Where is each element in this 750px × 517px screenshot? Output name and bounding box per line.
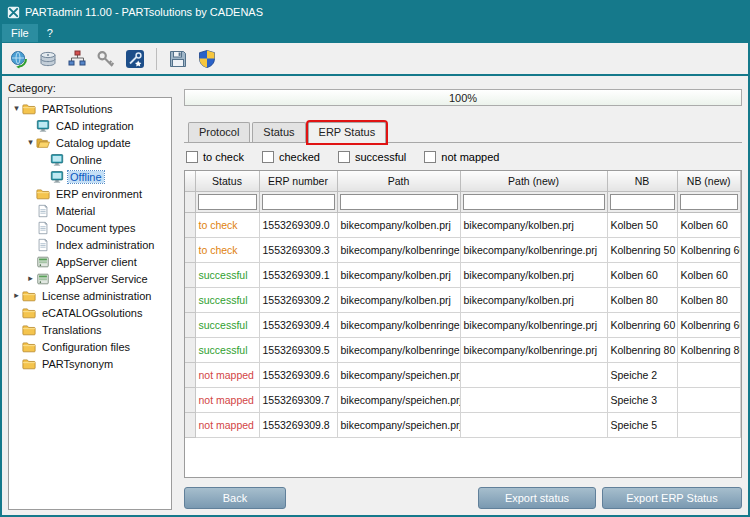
cell-status: successful <box>195 312 259 337</box>
column-header-erp-number[interactable]: ERP number <box>259 171 337 191</box>
collapse-expander-icon[interactable]: ▾ <box>11 100 22 117</box>
filter-checkbox-not-mapped[interactable]: not mapped <box>424 151 499 163</box>
column-header-path[interactable]: Path <box>337 171 460 191</box>
structure-icon[interactable] <box>64 46 90 72</box>
filter-cell-erp-number <box>259 191 337 212</box>
table-row[interactable]: successful1553269309.1bikecompany/kolben… <box>185 262 741 287</box>
tree-item-ecatalogsolutions[interactable]: eCATALOGsolutions <box>9 304 171 321</box>
checkbox-icon[interactable] <box>186 151 198 163</box>
license-key-icon[interactable] <box>93 46 119 72</box>
column-header-path-new[interactable]: Path (new) <box>460 171 607 191</box>
cell-status: successful <box>195 262 259 287</box>
table-row[interactable]: successful1553269309.4bikecompany/kolben… <box>185 312 741 337</box>
tree-item-partsolutions[interactable]: ▾PARTsolutions <box>9 100 171 117</box>
admin-shield-icon[interactable] <box>194 46 220 72</box>
cell-path: bikecompany/kolben.prj <box>337 262 460 287</box>
filter-checkbox-checked[interactable]: checked <box>262 151 320 163</box>
tree-item-license-administration[interactable]: ▸License administration <box>9 287 171 304</box>
table-row[interactable]: not mapped1553269309.7bikecompany/speich… <box>185 387 741 412</box>
cell-nb: Kolbenring 80 <box>607 337 677 362</box>
cell-path-new: bikecompany/kolbenringe.prj <box>460 337 607 362</box>
header-row: StatusERP numberPathPath (new)NBNB (new) <box>185 171 741 191</box>
tree-item-document-types[interactable]: Document types <box>9 219 171 236</box>
folder-icon <box>22 340 37 354</box>
column-header-nb-new[interactable]: NB (new) <box>677 171 741 191</box>
cell-erp-number: 1553269309.8 <box>259 412 337 437</box>
cell-status: to check <box>195 212 259 237</box>
tree-item-label: PARTsynonym <box>40 358 115 370</box>
table-row[interactable]: successful1553269309.5bikecompany/kolben… <box>185 337 741 362</box>
cell-status: to check <box>195 237 259 262</box>
tree-item-appserver-client[interactable]: AppServer client <box>9 253 171 270</box>
table-row[interactable]: to check1553269309.3bikecompany/kolbenri… <box>185 237 741 262</box>
table-row[interactable]: not mapped1553269309.6bikecompany/speich… <box>185 362 741 387</box>
tree-item-index-administration[interactable]: Index administration <box>9 236 171 253</box>
collapse-expander-icon[interactable]: ▾ <box>25 134 36 151</box>
cell-path: bikecompany/kolben.prj <box>337 212 460 237</box>
checkbox-icon[interactable] <box>338 151 350 163</box>
menu-item-file[interactable]: File <box>2 24 38 42</box>
row-header <box>185 287 195 312</box>
table-row[interactable]: not mapped1553269309.8bikecompany/speich… <box>185 412 741 437</box>
export-status-button[interactable]: Export status <box>478 487 596 509</box>
cell-nb: Kolben 50 <box>607 212 677 237</box>
tab-protocol[interactable]: Protocol <box>188 122 250 142</box>
table-row[interactable]: successful1553269309.2bikecompany/kolben… <box>185 287 741 312</box>
cell-nb: Kolben 60 <box>607 262 677 287</box>
tree-item-appserver-service[interactable]: ▸AppServer Service <box>9 270 171 287</box>
cell-nb: Kolbenring 60 <box>607 312 677 337</box>
table-header: StatusERP numberPathPath (new)NBNB (new) <box>185 171 741 212</box>
menu-item-[interactable]: ? <box>38 24 62 42</box>
back-button[interactable]: Back <box>184 487 286 509</box>
filter-checkbox-to-check[interactable]: to check <box>186 151 244 163</box>
filter-input-erp-number[interactable] <box>262 194 335 210</box>
tree-item-configuration-files[interactable]: Configuration files <box>9 338 171 355</box>
catalog-discs-icon[interactable] <box>35 46 61 72</box>
tree-item-online[interactable]: Online <box>9 151 171 168</box>
filter-input-nb[interactable] <box>610 194 675 210</box>
save-icon[interactable] <box>165 46 191 72</box>
filter-input-status[interactable] <box>198 194 257 210</box>
tree-item-cad-integration[interactable]: CAD integration <box>9 117 171 134</box>
row-header <box>185 387 195 412</box>
column-header-status[interactable]: Status <box>195 171 259 191</box>
tree-item-label: CAD integration <box>54 120 136 132</box>
expand-expander-icon[interactable]: ▸ <box>25 270 36 287</box>
title-bar[interactable]: PARTadmin 11.00 - PARTsolutions by CADEN… <box>2 2 748 22</box>
cell-path: bikecompany/kolbenringe.prj <box>337 337 460 362</box>
tree-item-material[interactable]: Material <box>9 202 171 219</box>
tools-icon[interactable] <box>122 46 148 72</box>
filter-input-path-new[interactable] <box>463 194 605 210</box>
filter-cell-nb <box>607 191 677 212</box>
cell-nb-new: Kolbenring 60 <box>677 312 741 337</box>
monitor-icon <box>50 153 65 167</box>
tree-item-erp-environment[interactable]: ERP environment <box>9 185 171 202</box>
tab-status[interactable]: Status <box>252 122 305 142</box>
filter-cell-status <box>195 191 259 212</box>
folder-icon <box>22 102 37 116</box>
tree-item-label: License administration <box>40 290 153 302</box>
tree-item-partsynonym[interactable]: PARTsynonym <box>9 355 171 372</box>
checkbox-label: checked <box>279 151 320 163</box>
main-panel: 100% ProtocolStatusERP Status to checkch… <box>174 76 748 515</box>
cell-erp-number: 1553269309.2 <box>259 287 337 312</box>
folder-icon <box>22 306 37 320</box>
expand-expander-icon[interactable]: ▸ <box>11 287 22 304</box>
document-icon <box>36 238 51 252</box>
catalog-update-icon[interactable] <box>6 46 32 72</box>
tree-item-offline[interactable]: Offline <box>9 168 171 185</box>
tree-item-catalog-update[interactable]: ▾Catalog update <box>9 134 171 151</box>
tree-item-label: Catalog update <box>54 137 133 149</box>
column-header-nb[interactable]: NB <box>607 171 677 191</box>
partadmin-window: PARTadmin 11.00 - PARTsolutions by CADEN… <box>0 0 750 517</box>
table-row[interactable]: to check1553269309.0bikecompany/kolben.p… <box>185 212 741 237</box>
filter-input-nb-new[interactable] <box>680 194 739 210</box>
folder-open-icon <box>36 136 51 150</box>
tree-item-translations[interactable]: Translations <box>9 321 171 338</box>
export-erp-status-button[interactable]: Export ERP Status <box>602 487 742 509</box>
checkbox-icon[interactable] <box>424 151 436 163</box>
filter-input-path[interactable] <box>340 194 458 210</box>
filter-checkbox-successful[interactable]: successful <box>338 151 406 163</box>
checkbox-icon[interactable] <box>262 151 274 163</box>
tab-erp-status[interactable]: ERP Status <box>308 122 387 143</box>
